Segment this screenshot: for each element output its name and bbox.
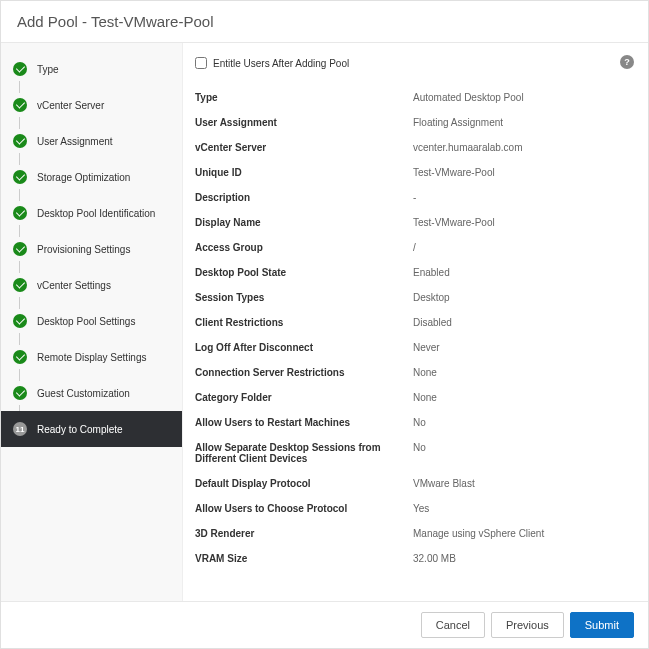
summary-row: Description- [195, 185, 628, 210]
summary-row: Category FolderNone [195, 385, 628, 410]
summary-value: Test-VMware-Pool [413, 167, 628, 178]
summary-label: Allow Separate Desktop Sessions from Dif… [195, 442, 413, 464]
wizard-step-6[interactable]: vCenter Settings [1, 267, 182, 303]
summary-label: Desktop Pool State [195, 267, 413, 278]
wizard-step-label: Remote Display Settings [37, 352, 147, 363]
check-icon [13, 62, 27, 76]
modal-footer: Cancel Previous Submit [1, 601, 648, 648]
summary-value: VMware Blast [413, 478, 628, 489]
summary-label: Type [195, 92, 413, 103]
wizard-step-3[interactable]: Storage Optimization [1, 159, 182, 195]
summary-value: vcenter.humaaralab.com [413, 142, 628, 153]
summary-row: Unique IDTest-VMware-Pool [195, 160, 628, 185]
check-icon [13, 134, 27, 148]
modal-body: TypevCenter ServerUser AssignmentStorage… [1, 43, 648, 601]
summary-label: 3D Renderer [195, 528, 413, 539]
wizard-step-10[interactable]: 11Ready to Complete [1, 411, 182, 447]
check-icon [13, 386, 27, 400]
check-icon [13, 242, 27, 256]
check-icon [13, 98, 27, 112]
wizard-step-label: Desktop Pool Identification [37, 208, 155, 219]
summary-label: User Assignment [195, 117, 413, 128]
wizard-step-8[interactable]: Remote Display Settings [1, 339, 182, 375]
summary-row: Default Display ProtocolVMware Blast [195, 471, 628, 496]
summary-row: User AssignmentFloating Assignment [195, 110, 628, 135]
add-pool-modal: Add Pool - Test-VMware-Pool TypevCenter … [0, 0, 649, 649]
summary-row: VRAM Size32.00 MB [195, 546, 628, 571]
summary-value: Never [413, 342, 628, 353]
summary-value: 32.00 MB [413, 553, 628, 564]
entitle-users-label: Entitle Users After Adding Pool [213, 58, 349, 69]
summary-row: TypeAutomated Desktop Pool [195, 85, 628, 110]
summary-label: VRAM Size [195, 553, 413, 564]
wizard-step-label: vCenter Settings [37, 280, 111, 291]
summary-row: Allow Users to Restart MachinesNo [195, 410, 628, 435]
check-icon [13, 314, 27, 328]
summary-row: Desktop Pool StateEnabled [195, 260, 628, 285]
submit-button[interactable]: Submit [570, 612, 634, 638]
summary-row: Allow Users to Choose ProtocolYes [195, 496, 628, 521]
summary-value: Test-VMware-Pool [413, 217, 628, 228]
summary-row: 3D RendererManage using vSphere Client [195, 521, 628, 546]
summary-label: Unique ID [195, 167, 413, 178]
wizard-step-label: Guest Customization [37, 388, 130, 399]
summary-value: - [413, 192, 628, 203]
wizard-step-2[interactable]: User Assignment [1, 123, 182, 159]
check-icon [13, 206, 27, 220]
summary-label: Description [195, 192, 413, 203]
summary-value: Automated Desktop Pool [413, 92, 628, 103]
summary-row: Log Off After DisconnectNever [195, 335, 628, 360]
wizard-step-1[interactable]: vCenter Server [1, 87, 182, 123]
summary-content[interactable]: ? Entitle Users After Adding Pool TypeAu… [183, 43, 648, 601]
summary-value: No [413, 442, 628, 464]
wizard-step-7[interactable]: Desktop Pool Settings [1, 303, 182, 339]
summary-value: Yes [413, 503, 628, 514]
check-icon [13, 350, 27, 364]
wizard-step-9[interactable]: Guest Customization [1, 375, 182, 411]
help-icon[interactable]: ? [620, 55, 634, 69]
modal-title: Add Pool - Test-VMware-Pool [1, 1, 648, 43]
summary-value: Enabled [413, 267, 628, 278]
summary-label: Session Types [195, 292, 413, 303]
summary-label: Access Group [195, 242, 413, 253]
wizard-step-label: Provisioning Settings [37, 244, 130, 255]
summary-label: Allow Users to Choose Protocol [195, 503, 413, 514]
summary-value: / [413, 242, 628, 253]
summary-label: Category Folder [195, 392, 413, 403]
wizard-step-label: User Assignment [37, 136, 113, 147]
summary-label: Connection Server Restrictions [195, 367, 413, 378]
summary-value: Desktop [413, 292, 628, 303]
summary-row: Connection Server RestrictionsNone [195, 360, 628, 385]
wizard-step-label: vCenter Server [37, 100, 104, 111]
summary-list: TypeAutomated Desktop PoolUser Assignmen… [195, 85, 628, 571]
summary-row: Access Group/ [195, 235, 628, 260]
check-icon [13, 170, 27, 184]
summary-label: vCenter Server [195, 142, 413, 153]
wizard-step-label: Ready to Complete [37, 424, 123, 435]
summary-row: vCenter Servervcenter.humaaralab.com [195, 135, 628, 160]
wizard-sidebar: TypevCenter ServerUser AssignmentStorage… [1, 43, 183, 601]
wizard-step-label: Desktop Pool Settings [37, 316, 135, 327]
wizard-step-label: Type [37, 64, 59, 75]
summary-value: None [413, 392, 628, 403]
summary-row: Session TypesDesktop [195, 285, 628, 310]
summary-value: Disabled [413, 317, 628, 328]
previous-button[interactable]: Previous [491, 612, 564, 638]
summary-label: Client Restrictions [195, 317, 413, 328]
summary-row: Client RestrictionsDisabled [195, 310, 628, 335]
summary-value: None [413, 367, 628, 378]
cancel-button[interactable]: Cancel [421, 612, 485, 638]
check-icon [13, 278, 27, 292]
summary-value: Floating Assignment [413, 117, 628, 128]
wizard-step-label: Storage Optimization [37, 172, 130, 183]
entitle-users-checkbox[interactable] [195, 57, 207, 69]
wizard-step-5[interactable]: Provisioning Settings [1, 231, 182, 267]
wizard-step-4[interactable]: Desktop Pool Identification [1, 195, 182, 231]
summary-value: No [413, 417, 628, 428]
wizard-step-0[interactable]: Type [1, 51, 182, 87]
summary-label: Log Off After Disconnect [195, 342, 413, 353]
entitle-users-checkbox-row[interactable]: Entitle Users After Adding Pool [195, 57, 628, 69]
summary-value: Manage using vSphere Client [413, 528, 628, 539]
step-number-icon: 11 [13, 422, 27, 436]
summary-label: Allow Users to Restart Machines [195, 417, 413, 428]
